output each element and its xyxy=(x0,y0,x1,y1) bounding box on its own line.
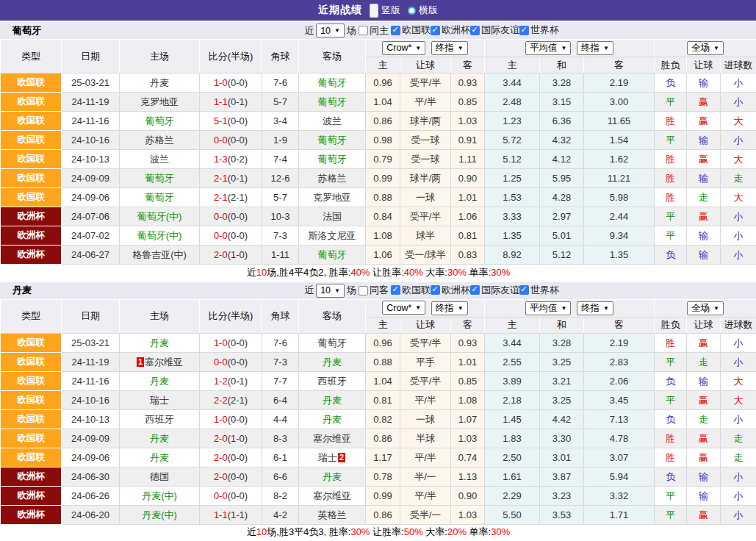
odds-away: 1.07 xyxy=(451,409,485,429)
league-checkbox-list: 欧国联欧洲杯国际友谊世界杯 xyxy=(391,24,559,37)
odds-group-header: Crow*▼ 终指▼ xyxy=(366,299,485,317)
odds-stage-select[interactable]: 终指▼ xyxy=(431,41,468,55)
league-checkbox-国际友谊[interactable]: 国际友谊 xyxy=(470,284,519,297)
checkbox-icon[interactable] xyxy=(431,285,440,295)
odds-handicap: 受平/半 xyxy=(400,207,451,226)
scope-select[interactable]: 全场▼ xyxy=(687,41,724,55)
match-date: 24-10-13 xyxy=(62,409,120,429)
scope-select[interactable]: 全场▼ xyxy=(687,301,724,315)
league-badge: 欧洲杯 xyxy=(1,486,62,505)
same-venue-checkbox[interactable]: 同客 xyxy=(359,284,389,297)
bookmaker-select[interactable]: Crow*▼ xyxy=(382,41,425,55)
bookmaker-select[interactable]: Crow*▼ xyxy=(382,301,425,315)
league-badge: 欧国联 xyxy=(1,352,62,371)
result-goals: 走 xyxy=(721,448,756,467)
radio-unselected-icon[interactable] xyxy=(408,7,416,15)
away-team: 英格兰 xyxy=(299,505,366,524)
away-team: 波兰 xyxy=(299,112,366,131)
matches-count-select[interactable]: 10▼ xyxy=(316,24,345,37)
odds-home: 0.81 xyxy=(366,390,400,409)
filter-games-label: 场 xyxy=(347,284,356,297)
chevron-down-icon: ▼ xyxy=(334,287,340,294)
checkbox-icon[interactable] xyxy=(391,285,400,295)
layout-radio-vertical[interactable]: 竖版 xyxy=(370,4,400,18)
chevron-down-icon: ▼ xyxy=(415,45,421,51)
match-row: 欧国联24-11-16葡萄牙5-1(0-0)3-4波兰0.86球半/两1.031… xyxy=(1,112,756,131)
match-row: 欧国联24-09-09丹麦2-0(1-0)8-3塞尔维亚0.86半球1.031.… xyxy=(1,429,756,448)
filter-near-label: 近 xyxy=(304,24,314,37)
checkbox-icon[interactable] xyxy=(359,26,368,35)
league-checkbox-欧洲杯[interactable]: 欧洲杯 xyxy=(431,284,470,297)
checkbox-icon[interactable] xyxy=(519,285,529,295)
home-team: 格鲁吉亚(中) xyxy=(120,246,200,265)
away-team: 斯洛文尼亚 xyxy=(299,226,366,246)
checkbox-icon[interactable] xyxy=(519,26,529,35)
col-type: 类型 xyxy=(1,299,62,333)
avg-away: 1.71 xyxy=(584,505,655,524)
result-handicap: 输 xyxy=(687,467,721,486)
away-team-name: 苏格兰 xyxy=(318,173,347,184)
radio-selected-icon[interactable] xyxy=(370,4,378,18)
away-team-name: 丹麦 xyxy=(323,471,342,482)
chevron-down-icon: ▼ xyxy=(603,45,609,51)
odds-home: 0.86 xyxy=(366,112,400,131)
odds-handicap: 受平/半 xyxy=(400,333,451,352)
matches-count-select[interactable]: 10▼ xyxy=(316,284,345,298)
home-team: 波兰 xyxy=(120,150,200,169)
avg-stage-select[interactable]: 终指▼ xyxy=(577,41,613,55)
result-goals: 小 xyxy=(721,74,756,93)
result-goals: 大 xyxy=(721,150,756,169)
corner-score: 1-9 xyxy=(262,131,299,150)
halftime-score: (0-0) xyxy=(228,230,248,241)
odds-stage-select[interactable]: 终指▼ xyxy=(431,301,468,315)
result-goals: 大 xyxy=(721,371,756,390)
halftime-score: (0-0) xyxy=(228,337,248,348)
odds-handicap: 一球 xyxy=(400,188,451,207)
odds-away: 0.93 xyxy=(451,333,485,352)
halftime-score: (1-1) xyxy=(228,509,248,520)
checkbox-icon[interactable] xyxy=(431,26,440,35)
avg-stage-select[interactable]: 终指▼ xyxy=(577,301,613,315)
away-team-name: 葡萄牙 xyxy=(318,135,347,146)
sub-col-header: 主 xyxy=(485,57,540,74)
result-handicap: 赢 xyxy=(687,112,721,131)
score: 0-0(0-0) xyxy=(200,131,262,150)
league-checkbox-欧国联[interactable]: 欧国联 xyxy=(391,24,431,37)
recent-results-table: 类型 日期 主场 比分(半场) 角球 客场 Crow*▼ 终指▼ 平均值▼ 终指… xyxy=(0,299,756,541)
result-goals: 小 xyxy=(721,486,756,505)
league-checkbox-欧国联[interactable]: 欧国联 xyxy=(391,284,431,297)
result-outcome: 平 xyxy=(655,390,687,409)
avg-select[interactable]: 平均值▼ xyxy=(525,301,571,315)
league-checkbox-label: 国际友谊 xyxy=(481,24,519,37)
result-handicap: 输 xyxy=(687,169,721,188)
home-team-name: 波兰 xyxy=(150,154,169,165)
league-checkbox-世界杯[interactable]: 世界杯 xyxy=(519,284,559,297)
corner-score: 8-3 xyxy=(262,429,299,448)
match-row: 欧国联24-10-13西班牙1-0(0-0)4-4丹麦0.82一球1.071.4… xyxy=(1,409,756,429)
corner-score: 7-6 xyxy=(262,333,299,352)
avg-draw: 3.21 xyxy=(540,371,584,390)
checkbox-icon[interactable] xyxy=(470,285,480,295)
odds-home: 0.96 xyxy=(366,74,400,93)
league-checkbox-欧洲杯[interactable]: 欧洲杯 xyxy=(431,24,470,37)
result-goals: 小 xyxy=(721,226,756,246)
odds-home: 0.86 xyxy=(366,429,400,448)
halftime-score: (1-0) xyxy=(228,249,248,260)
match-date: 24-10-16 xyxy=(62,131,120,150)
league-checkbox-国际友谊[interactable]: 国际友谊 xyxy=(470,24,519,37)
checkbox-icon[interactable] xyxy=(359,286,368,295)
match-date: 24-10-13 xyxy=(62,150,120,169)
odds-handicap: 半球 xyxy=(400,429,451,448)
odds-away: 0.90 xyxy=(451,486,485,505)
result-handicap: 输 xyxy=(687,74,721,93)
summary-segment: 30% xyxy=(491,526,510,537)
league-checkbox-世界杯[interactable]: 世界杯 xyxy=(519,24,559,37)
score: 0-0(0-0) xyxy=(200,226,262,246)
checkbox-icon[interactable] xyxy=(470,26,480,35)
checkbox-icon[interactable] xyxy=(391,26,400,35)
avg-select[interactable]: 平均值▼ xyxy=(525,41,571,55)
layout-radio-horizontal[interactable]: 横版 xyxy=(408,4,438,17)
home-team: 葡萄牙(中) xyxy=(120,207,200,226)
same-venue-checkbox[interactable]: 同主 xyxy=(359,24,389,37)
home-team-name: 西班牙 xyxy=(145,414,174,425)
